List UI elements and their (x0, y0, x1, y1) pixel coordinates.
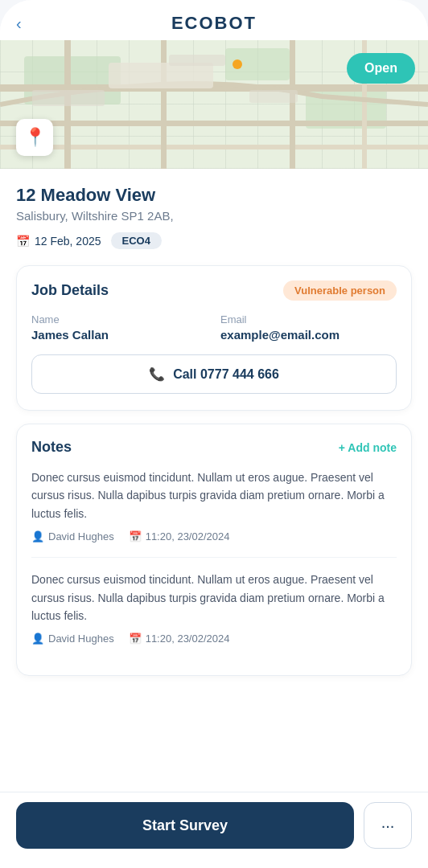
bottom-bar: Start Survey ··· (0, 792, 428, 868)
scheme-badge: ECO4 (111, 232, 162, 249)
notes-title: Notes (31, 439, 72, 456)
name-detail: Name James Callan (31, 313, 208, 342)
notes-card-header: Notes + Add note (31, 439, 397, 456)
address-title: 12 Meadow View (16, 185, 412, 206)
more-icon: ··· (381, 817, 395, 835)
calendar-icon-2: 📅 (129, 633, 142, 645)
job-details-card: Job Details Vulnerable person Name James… (16, 265, 412, 411)
svg-point-14 (233, 59, 242, 69)
phone-frame: ‹ ECOBOT (0, 0, 428, 868)
call-button[interactable]: 📞 Call 0777 444 666 (31, 354, 397, 394)
phone-icon: 📞 (149, 366, 165, 382)
date-item: 📅 12 Feb, 2025 (16, 235, 101, 248)
svg-rect-10 (109, 63, 213, 88)
note-divider (31, 557, 397, 558)
address-subtitle: Salisbury, Wiltshire SP1 2AB, (16, 209, 412, 223)
notes-card: Notes + Add note Donec cursus euismod ti… (16, 424, 412, 676)
map-background: Open 📍 (0, 40, 428, 169)
svg-rect-13 (249, 90, 298, 103)
note-date-1: 📅 11:20, 23/02/2024 (129, 530, 230, 542)
note-author-2: 👤 David Hughes (31, 633, 114, 645)
date-row: 📅 12 Feb, 2025 ECO4 (16, 232, 412, 249)
note-item-1: Donec cursus euismod tincidunt. Nullam u… (31, 469, 397, 542)
svg-rect-12 (32, 90, 105, 106)
email-detail: Email example@email.com (220, 313, 397, 342)
note-author-1: 👤 David Hughes (31, 530, 114, 542)
open-map-button[interactable]: Open (347, 53, 415, 84)
calendar-icon-1: 📅 (129, 530, 142, 542)
note-text-2: Donec cursus euismod tincidunt. Nullam u… (31, 571, 397, 624)
svg-rect-7 (161, 40, 167, 169)
header: ‹ ECOBOT (0, 0, 428, 40)
call-button-label: Call 0777 444 666 (173, 367, 279, 382)
date-value: 12 Feb, 2025 (35, 235, 101, 248)
svg-rect-8 (290, 40, 295, 169)
map-pin-box: 📍 (16, 119, 53, 156)
map-container: Open 📍 (0, 40, 428, 169)
note-item-2: Donec cursus euismod tincidunt. Nullam u… (31, 571, 397, 645)
calendar-icon: 📅 (16, 235, 30, 248)
svg-rect-11 (169, 55, 225, 66)
email-value: example@email.com (220, 328, 397, 342)
note-date-2: 📅 11:20, 23/02/2024 (129, 633, 230, 645)
vulnerable-badge: Vulnerable person (283, 280, 397, 301)
card-header: Job Details Vulnerable person (31, 280, 397, 301)
note-text-1: Donec cursus euismod tincidunt. Nullam u… (31, 469, 397, 522)
job-details-title: Job Details (31, 282, 109, 299)
name-value: James Callan (31, 328, 208, 342)
note-meta-1: 👤 David Hughes 📅 11:20, 23/02/2024 (31, 530, 397, 542)
detail-grid: Name James Callan Email example@email.co… (31, 313, 397, 342)
note-meta-2: 👤 David Hughes 📅 11:20, 23/02/2024 (31, 633, 397, 645)
start-survey-button[interactable]: Start Survey (16, 802, 354, 849)
name-label: Name (31, 313, 208, 326)
more-options-button[interactable]: ··· (364, 802, 412, 849)
user-icon-1: 👤 (31, 530, 44, 542)
email-label: Email (220, 313, 397, 326)
app-logo: ECOBOT (171, 13, 257, 34)
location-pin-icon: 📍 (24, 127, 46, 148)
add-note-button[interactable]: + Add note (339, 441, 397, 454)
user-icon-2: 👤 (31, 633, 44, 645)
content-area: 12 Meadow View Salisbury, Wiltshire SP1 … (0, 169, 428, 868)
back-button[interactable]: ‹ (16, 14, 22, 33)
